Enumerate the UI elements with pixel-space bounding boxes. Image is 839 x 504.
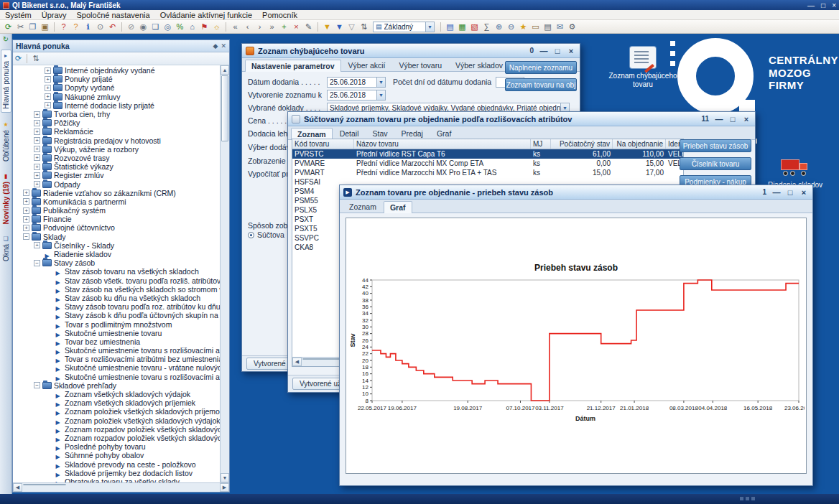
settings-icon[interactable]: ⚙ <box>566 21 578 32</box>
context-help-icon[interactable]: ? <box>70 21 82 32</box>
tree-item[interactable]: Podvojné účtovníctvo <box>13 223 220 232</box>
tab[interactable]: Výber akcií <box>342 59 392 71</box>
table-row[interactable]: PVMART Přední vidlice Marzocchi MX Pro E… <box>292 168 683 177</box>
menu-item[interactable]: Úpravy <box>37 11 72 19</box>
tree-item[interactable]: Stav zásob ku dňu na všetkých skladoch <box>13 294 220 302</box>
tree-item[interactable]: Číselníky - Sklady <box>13 241 220 250</box>
paste-icon[interactable]: ▣ <box>39 21 51 32</box>
tree-item[interactable]: Tovar bez umiestnenia <box>13 337 220 346</box>
tree-expander-icon[interactable] <box>23 225 29 231</box>
panel-close-icon[interactable]: ✕ <box>221 42 226 50</box>
minimize-button[interactable]: — <box>714 115 724 123</box>
tip-icon[interactable]: ☼ <box>210 21 223 32</box>
window-icon[interactable]: ❏ <box>149 21 162 32</box>
print-icon[interactable]: ▤ <box>542 21 554 32</box>
profile-select[interactable]: ▤ Základný ▼ <box>373 22 435 32</box>
zoom-in-icon[interactable]: ⊕ <box>493 21 505 32</box>
tree-item[interactable]: Tovar s podlimitným množstvom <box>13 319 220 328</box>
next-record-icon[interactable]: › <box>254 21 266 32</box>
new-record-icon[interactable]: + <box>278 21 290 32</box>
tree-expander-icon[interactable] <box>45 76 51 83</box>
sort-icon[interactable]: ⇅ <box>358 21 370 32</box>
record-icon[interactable]: ◉ <box>137 21 149 32</box>
app-maximize-button[interactable]: □ <box>821 1 825 9</box>
menu-item[interactable]: Systém <box>0 11 37 19</box>
tree-item[interactable]: Komunikácia s partnermi <box>13 197 220 206</box>
tree-item[interactable]: Skutočné umiestnenie tovaru <box>13 329 220 337</box>
tree-expander-icon[interactable] <box>34 164 40 170</box>
copy-icon[interactable]: ❐ <box>27 21 39 32</box>
tree-item[interactable]: Tovar s rozlišovacími atribútmi bez umie… <box>13 355 220 363</box>
summary-radio[interactable] <box>248 232 254 238</box>
info-icon[interactable]: ℹ <box>82 21 94 32</box>
tree-expander-icon[interactable] <box>34 137 40 144</box>
scrollbar-thumb[interactable] <box>221 75 228 141</box>
tree-item[interactable]: Obratovka tovaru za všetky sklady <box>13 477 220 482</box>
home-icon[interactable]: ⌂ <box>186 21 198 32</box>
tree-expander-icon[interactable] <box>45 93 51 100</box>
tree-item[interactable]: Zoznam rozpadov položiek všetkých sklado… <box>13 425 220 434</box>
tree-item[interactable]: Publikačný systém <box>13 206 220 215</box>
tree-item[interactable]: Sklady <box>13 233 220 241</box>
tree-expander-icon[interactable] <box>23 207 29 214</box>
tree-expander-icon[interactable] <box>23 233 29 240</box>
sidebar-tab-main-menu[interactable]: ▸ Hlavná ponuka <box>1 50 11 113</box>
filter-add-icon[interactable]: ▼ <box>333 21 346 32</box>
favorite-icon[interactable]: ★ <box>517 21 529 32</box>
tree-item[interactable]: Skladové prevody na ceste - položkovo <box>13 459 220 468</box>
maximize-button[interactable]: □ <box>728 115 738 123</box>
tab[interactable]: Stav <box>366 127 394 139</box>
tree-item[interactable]: Stavy zásob <box>13 258 220 267</box>
column-header[interactable]: Kód tovaru <box>292 139 354 149</box>
column-header[interactable]: MJ <box>531 139 551 149</box>
tree-expander-icon[interactable] <box>34 154 40 161</box>
tree-expander-icon[interactable] <box>45 85 51 91</box>
tree-item[interactable]: Dopyty vydané <box>13 83 220 92</box>
dock-refresh-icon[interactable]: ↻ <box>3 35 9 43</box>
tree-expander-icon[interactable] <box>34 242 40 248</box>
pin-icon[interactable]: ◆ <box>213 42 218 50</box>
tree-item[interactable]: Zoznam položiek všetkých skladových príj… <box>13 407 220 416</box>
menu-item[interactable]: Ovládanie aktívnej funkcie <box>155 11 257 19</box>
tree-item[interactable]: Zoznam všetkých skladových výdajok <box>13 390 220 398</box>
mail-icon[interactable]: ✉ <box>554 21 566 32</box>
tree-item[interactable]: Skutočné umiestnenie tovaru - vrátane nu… <box>13 363 220 372</box>
lock-icon[interactable]: ⊙ <box>94 21 106 32</box>
menu-item[interactable]: Pomocník <box>257 11 302 19</box>
tree-item[interactable]: Register zmlúv <box>13 171 220 179</box>
cut-icon[interactable]: ✂ <box>14 21 27 32</box>
tree-expander-icon[interactable] <box>23 216 29 223</box>
tab[interactable]: Predaj <box>395 127 430 139</box>
tab[interactable]: Graf <box>430 127 458 139</box>
scroll-down-icon[interactable]: ▼ <box>221 473 229 482</box>
window-titlebar[interactable]: Súčtovaný zoznam tovaru pre objednanie p… <box>288 112 755 126</box>
percent-icon[interactable]: % <box>174 21 186 32</box>
app-close-button[interactable]: × <box>832 1 836 9</box>
tree-expander-icon[interactable] <box>34 172 40 179</box>
views-icon[interactable]: ▤ <box>444 21 456 32</box>
last-record-icon[interactable]: » <box>266 21 278 32</box>
tree-expander-icon[interactable] <box>34 120 40 126</box>
filter-clear-icon[interactable]: ▽ <box>346 21 358 32</box>
minimize-button[interactable]: — <box>539 47 549 55</box>
tree-item[interactable]: Stav zásob všetk. tovaru podľa rozliš. a… <box>13 276 220 285</box>
tree-item[interactable]: Zoznam rozpadov položiek všetkých sklado… <box>13 434 220 442</box>
action-button[interactable]: Naplnenie zoznamu <box>505 61 577 74</box>
tree-item[interactable]: Súhrnné pohyby obalov <box>13 451 220 459</box>
action-button[interactable]: Priebeh stavu zásob <box>680 139 751 152</box>
close-button[interactable]: × <box>566 47 576 55</box>
help-icon[interactable]: ? <box>57 21 70 32</box>
action-button[interactable]: Zoznam tovaru na obj <box>505 78 577 91</box>
tree-item[interactable]: Skladové prehľady <box>13 381 220 390</box>
window-titlebar[interactable]: ▶ Zoznam tovaru pre objednanie - priebeh… <box>340 185 812 200</box>
tree-item[interactable]: Stav zásob tovaru na všetkých skladoch <box>13 267 220 276</box>
scroll-up-icon[interactable]: ▲ <box>221 65 229 75</box>
search-icon[interactable]: ◎ <box>162 21 174 32</box>
table-row[interactable]: PVMARE Přední vidlice Marzocchi MX Comp … <box>292 159 683 168</box>
delete-record-icon[interactable]: × <box>290 21 302 32</box>
sidebar-tab-windows[interactable]: ❏ Okná <box>1 233 11 264</box>
list-creation-date-select[interactable]: 25.06.2018▼ <box>327 90 386 101</box>
close-button[interactable]: × <box>799 188 809 197</box>
undo-icon[interactable]: ↶ <box>106 21 119 32</box>
zoom-out-icon[interactable]: ⊖ <box>505 21 517 32</box>
